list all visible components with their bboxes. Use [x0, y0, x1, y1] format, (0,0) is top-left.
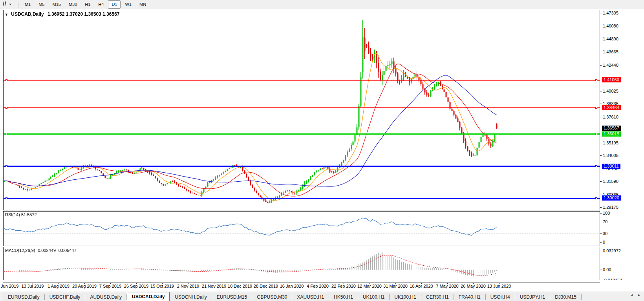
- time-tick-label: 2 Nov 2019: [177, 284, 199, 288]
- timeframe-button-h1[interactable]: H1: [81, 0, 94, 9]
- chart-tab-dj30-m15[interactable]: DJ30,M15: [550, 293, 581, 301]
- macd-indicator-panel: MACD(12,26,9) -0.002449 -0.005447: [3, 247, 600, 280]
- chart-tab-usdjpy-h1[interactable]: USDJPY,H1: [515, 293, 550, 301]
- rsi-indicator-panel: RSI(14) 51.5572: [3, 211, 600, 246]
- price-tick-label: 1.43665: [603, 49, 618, 54]
- price-tick-mark: [600, 26, 602, 26]
- level-line-handle[interactable]: [595, 165, 597, 167]
- time-axis: 25 Jun 201913 Jul 20191 Aug 201920 Aug 2…: [0, 280, 644, 291]
- price-tick-label: 1.31590: [603, 179, 618, 184]
- price-tick-label: 1.35195: [603, 140, 618, 145]
- price-tick-label: 1.42440: [603, 63, 618, 67]
- chart-tab-eurusd-m15[interactable]: EURUSD,M15: [212, 293, 252, 301]
- timeframe-button-m5[interactable]: M5: [35, 0, 48, 9]
- price-tick-mark: [600, 65, 602, 66]
- timeframe-button-m15[interactable]: M15: [49, 0, 64, 9]
- macd-canvas[interactable]: [4, 247, 600, 280]
- chart-tab-xauusd-h1[interactable]: XAUUSD,H1: [292, 293, 329, 301]
- price-chart-panel: [3, 10, 600, 210]
- chart-tab-eurusd-daily[interactable]: EURUSD,Daily: [3, 293, 44, 301]
- price-tick-mark: [600, 13, 602, 13]
- level-line-handle[interactable]: [595, 197, 597, 199]
- price-chart-canvas[interactable]: [4, 10, 600, 210]
- price-tick-label: 1.40025: [603, 89, 618, 93]
- time-tick-label: 13 Jun 2020: [487, 284, 511, 288]
- chart-tab-ger30-h1[interactable]: GER30,H1: [421, 293, 454, 301]
- macd-tick-label: 0.00: [603, 267, 611, 272]
- chart-tab-usdchf-daily[interactable]: USDCHF,Daily: [45, 293, 85, 301]
- level-line-handle[interactable]: [595, 133, 597, 135]
- time-tick-label: 25 Jun 2019: [0, 284, 18, 288]
- tab-scroll-right-icon[interactable]: ►: [637, 293, 641, 297]
- indicators-collapse-icon[interactable]: ▼: [5, 13, 8, 16]
- price-tick-mark: [600, 181, 602, 182]
- level-line-handle[interactable]: [5, 165, 7, 167]
- timeframe-button-d1[interactable]: D1: [108, 0, 121, 9]
- price-tick-mark: [600, 104, 602, 104]
- rsi-tick-label: 0: [603, 240, 605, 244]
- timeframe-button-mn[interactable]: MN: [136, 0, 150, 9]
- level-line-handle[interactable]: [5, 107, 7, 109]
- price-tick-mark: [600, 39, 602, 39]
- time-tick-label: 1 Aug 2019: [48, 284, 70, 288]
- chart-tab-usdcnh-daily[interactable]: USDCNH,Daily: [170, 293, 211, 301]
- timeframe-button-h4[interactable]: H4: [95, 0, 107, 9]
- chart-tab-usoil-h4[interactable]: USOil,H4: [486, 293, 515, 301]
- price-tick-mark: [600, 143, 602, 143]
- level-line-handle[interactable]: [5, 79, 7, 81]
- level-price-label: 1.33011: [602, 164, 620, 169]
- price-tick-label: 1.37610: [603, 115, 618, 119]
- rsi-label: RSI(14) 51.5572: [5, 212, 37, 217]
- price-tick-label: 1.34005: [603, 153, 618, 158]
- time-tick-label: 12 Mar 2020: [357, 284, 382, 288]
- level-price-label: 1.41060: [602, 77, 621, 82]
- chart-title: ▼ USDCAD,Daily 1.36952 1.37020 1.36503 1…: [5, 11, 119, 17]
- level-line-handle[interactable]: [595, 107, 597, 109]
- time-tick-label: 22 Feb 2020: [331, 284, 356, 288]
- chart-tab-gbpusd-m30[interactable]: GBPUSD,M30: [252, 293, 292, 301]
- level-price-label: 1.30020: [602, 195, 621, 201]
- price-tick-mark: [600, 207, 602, 208]
- chart-tab-bar: EURUSD,DailyUSDCHF,DailyAUDUSD,DailyUSDC…: [0, 291, 644, 301]
- time-tick-label: 10 Dec 2019: [228, 284, 252, 288]
- rsi-tick-label: 100: [603, 211, 610, 215]
- price-tick-label: 1.29175: [603, 205, 618, 210]
- tab-scroll-left-icon[interactable]: ◄: [630, 293, 633, 297]
- dropdown-caret-icon[interactable]: ▼: [9, 3, 12, 6]
- chart-tab-uk100-h1[interactable]: UK100,H1: [358, 293, 389, 301]
- chart-tab-audusd-daily[interactable]: AUDUSD,Daily: [85, 293, 126, 301]
- trading-terminal-window: ▼ M1M5M15M30H1H4D1W1MN ▼ USDCAD,Daily 1.…: [0, 0, 644, 301]
- time-tick-label: 4 Feb 2020: [307, 284, 329, 288]
- rsi-tick-label: 70: [603, 219, 607, 224]
- level-line-handle[interactable]: [5, 197, 7, 199]
- rsi-canvas[interactable]: [4, 212, 600, 246]
- macd-label: MACD(12,26,9) -0.002449 -0.005447: [5, 248, 77, 253]
- time-tick-label: 31 Mar 2020: [383, 284, 408, 288]
- time-tick-label: 15 Oct 2019: [150, 284, 174, 288]
- time-tick-label: 18 Apr 2020: [410, 284, 433, 288]
- time-tick-label: 21 Nov 2019: [202, 284, 226, 288]
- timeframe-button-w1[interactable]: W1: [121, 0, 135, 9]
- candlestick-chart-icon[interactable]: [2, 1, 8, 8]
- price-tick-label: 1.47305: [603, 11, 618, 15]
- price-tick-label: 1.46080: [603, 24, 618, 28]
- timeframe-button-m1[interactable]: M1: [21, 0, 34, 9]
- chart-tab-fra40-h1[interactable]: FRA40,H1: [454, 293, 485, 301]
- rsi-tick-mark: [600, 242, 602, 243]
- chart-tab-usdcad-daily[interactable]: USDCAD,Daily: [127, 292, 170, 301]
- timeframe-button-m30[interactable]: M30: [65, 0, 80, 9]
- macd-tick-mark: [600, 270, 602, 270]
- level-line-handle[interactable]: [5, 133, 7, 135]
- chart-tab-hk50-h1[interactable]: HK50,H1: [329, 293, 358, 301]
- price-tick-mark: [600, 155, 602, 156]
- toolbar-separator: [16, 2, 18, 8]
- chart-tab-uk100-h1[interactable]: UK100,H1: [390, 293, 421, 301]
- level-price-label: 1.38464: [602, 105, 621, 110]
- level-line-handle[interactable]: [595, 79, 597, 81]
- last-price-label: 1.36567: [602, 126, 621, 131]
- rsi-tick-mark: [600, 222, 602, 222]
- chart-ohlc-values: 1.36952 1.37020 1.36503 1.36567: [48, 11, 120, 17]
- rsi-tick-mark: [600, 213, 602, 213]
- time-tick-label: 7 May 2020: [436, 284, 458, 288]
- time-tick-label: 13 Jul 2019: [22, 284, 44, 288]
